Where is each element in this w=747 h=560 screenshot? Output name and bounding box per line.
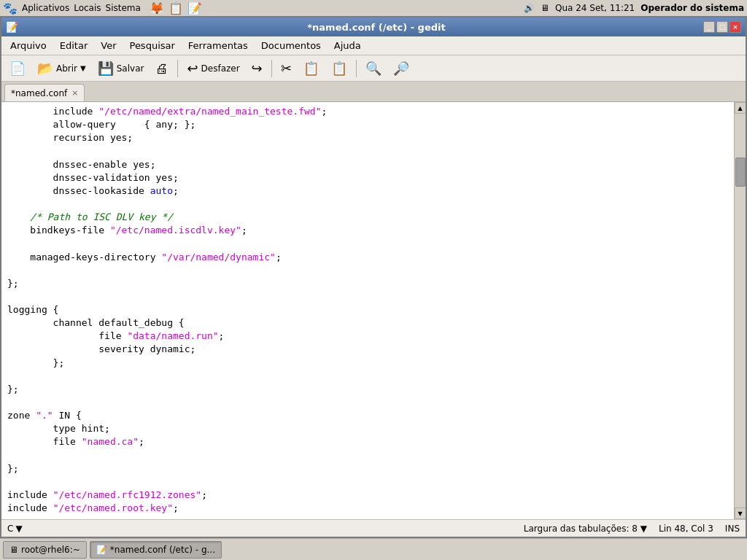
find-button[interactable]: 🔍 bbox=[360, 58, 387, 79]
code-line bbox=[7, 475, 728, 489]
code-line bbox=[7, 290, 728, 303]
editor-wrapper: include "/etc/named/extra/named_main_tes… bbox=[1, 102, 746, 519]
undo-label: Desfazer bbox=[201, 63, 240, 74]
print-button[interactable]: 🖨 bbox=[150, 58, 174, 79]
tab-named-conf[interactable]: *named.conf × bbox=[4, 84, 85, 101]
copy-icon: 📋 bbox=[303, 61, 320, 76]
menu-ferramentas[interactable]: Ferramentas bbox=[182, 39, 254, 52]
code-line: include "/etc/named/extra/named_main_tes… bbox=[7, 105, 728, 118]
tab-width-value: 8 bbox=[632, 524, 638, 534]
undo-button[interactable]: ↩ Desfazer bbox=[182, 58, 244, 79]
taskbar-terminal[interactable]: 🖥 root@rhel6:~ bbox=[3, 541, 87, 559]
statusbar: C ▼ Largura das tabulações: 8 ▼ Lin 48, … bbox=[1, 519, 746, 537]
tab-width-label: Largura das tabulações: 8 ▼ bbox=[524, 524, 647, 534]
menu-documentos[interactable]: Documentos bbox=[255, 39, 327, 52]
replace-button[interactable]: 🔎 bbox=[388, 58, 414, 79]
minimize-button[interactable]: _ bbox=[703, 21, 715, 33]
code-line: recursion yes; bbox=[7, 131, 728, 144]
window-controls[interactable]: _ □ × bbox=[703, 21, 741, 33]
app-icon: 📝 bbox=[6, 21, 18, 33]
datetime: Qua 24 Set, 11:21 bbox=[555, 3, 635, 13]
lang-label: C bbox=[7, 524, 13, 534]
tab-close-button[interactable]: × bbox=[71, 88, 78, 98]
system-bar-left: 🐾 Aplicativos Locais Sistema 🦊 📋 📝 bbox=[3, 1, 202, 15]
insert-mode: INS bbox=[725, 524, 740, 534]
user-label: Operador do sistema bbox=[640, 3, 744, 13]
lang-dropdown-icon: ▼ bbox=[15, 524, 22, 534]
copy-button[interactable]: 📋 bbox=[298, 58, 325, 79]
menu-pesquisar[interactable]: Pesquisar bbox=[124, 39, 181, 52]
gedit-taskbar-icon: 📝 bbox=[96, 545, 107, 555]
menubar: Arquivo Editar Ver Pesquisar Ferramentas… bbox=[1, 36, 746, 55]
system-bar-right: 🔊 🖥 Qua 24 Set, 11:21 Operador do sistem… bbox=[524, 3, 744, 13]
menu-ajuda[interactable]: Ajuda bbox=[328, 39, 367, 52]
undo-icon: ↩ bbox=[187, 61, 198, 76]
tab-label: *named.conf bbox=[11, 88, 67, 98]
code-line bbox=[7, 238, 728, 251]
code-line: allow-query { any; }; bbox=[7, 118, 728, 131]
menu-ver[interactable]: Ver bbox=[95, 39, 122, 52]
save-label: Salvar bbox=[117, 63, 144, 74]
save-button[interactable]: 💾 Salvar bbox=[93, 58, 150, 79]
tab-width-dropdown[interactable]: ▼ bbox=[640, 524, 647, 534]
scroll-down-button[interactable]: ▼ bbox=[735, 508, 746, 519]
language-selector[interactable]: C ▼ bbox=[7, 524, 23, 534]
menu-aplicativos[interactable]: Aplicativos bbox=[22, 3, 69, 13]
menu-sistema[interactable]: Sistema bbox=[106, 3, 141, 13]
taskbar-gedit[interactable]: 📝 *named.conf (/etc) - g... bbox=[90, 541, 222, 559]
system-bar: 🐾 Aplicativos Locais Sistema 🦊 📋 📝 🔊 🖥 Q… bbox=[0, 0, 747, 16]
code-line: bindkeys-file "/etc/named.iscdlv.key"; bbox=[7, 224, 728, 237]
code-line: logging { bbox=[7, 303, 728, 316]
save-icon: 💾 bbox=[98, 61, 114, 76]
code-line: }; bbox=[7, 383, 728, 396]
menu-arquivo[interactable]: Arquivo bbox=[4, 39, 53, 52]
replace-icon: 🔎 bbox=[393, 61, 409, 76]
code-line: severity dynamic; bbox=[7, 343, 728, 356]
code-line bbox=[7, 145, 728, 158]
code-line bbox=[7, 449, 728, 462]
code-line: managed-keys-directory "/var/named/dynam… bbox=[7, 251, 728, 264]
code-line: }; bbox=[7, 357, 728, 370]
toolbar-sep-3 bbox=[356, 60, 357, 77]
code-line: }; bbox=[7, 462, 728, 475]
toolbar-sep-1 bbox=[177, 60, 178, 77]
cursor-position: Lin 48, Col 3 bbox=[659, 524, 713, 534]
audio-icon: 🔊 bbox=[524, 3, 535, 13]
window-title: *named.conf (/etc) - gedit bbox=[50, 22, 703, 33]
code-line bbox=[7, 264, 728, 277]
code-line bbox=[7, 198, 728, 211]
print-icon: 🖨 bbox=[155, 61, 169, 76]
maximize-button[interactable]: □ bbox=[716, 21, 728, 33]
open-dropdown-icon: ▼ bbox=[80, 64, 86, 72]
statusbar-right: Largura das tabulações: 8 ▼ Lin 48, Col … bbox=[524, 524, 740, 534]
tabbar: *named.conf × bbox=[1, 82, 746, 102]
close-button[interactable]: × bbox=[729, 21, 741, 33]
paste-button[interactable]: 📋 bbox=[326, 58, 352, 79]
taskbar: 🖥 root@rhel6:~ 📝 *named.conf (/etc) - g.… bbox=[0, 538, 747, 560]
find-icon: 🔍 bbox=[365, 61, 382, 76]
new-button[interactable]: 📄 bbox=[4, 58, 31, 79]
code-line: zone "." IN { bbox=[7, 409, 728, 422]
taskbar-gedit-label: *named.conf (/etc) - g... bbox=[110, 545, 215, 555]
toolbar: 📄 📂 Abrir ▼ 💾 Salvar 🖨 ↩ Desfazer ↪ bbox=[1, 55, 746, 82]
new-icon: 📄 bbox=[9, 61, 26, 76]
terminal-icon: 🖥 bbox=[9, 545, 18, 555]
cut-button[interactable]: ✂ bbox=[276, 58, 297, 79]
toolbar-sep-2 bbox=[271, 60, 272, 77]
open-button[interactable]: 📂 Abrir ▼ bbox=[32, 58, 91, 79]
redo-button[interactable]: ↪ bbox=[247, 58, 268, 79]
scroll-thumb[interactable] bbox=[735, 158, 746, 187]
code-line: dnssec-lookaside auto; bbox=[7, 184, 728, 198]
scroll-up-button[interactable]: ▲ bbox=[735, 102, 746, 114]
titlebar: 📝 *named.conf (/etc) - gedit _ □ × bbox=[1, 18, 746, 36]
menu-editar[interactable]: Editar bbox=[54, 39, 94, 52]
code-line: /* Path to ISC DLV key */ bbox=[7, 211, 728, 224]
vertical-scrollbar[interactable]: ▲ ▼ bbox=[734, 102, 746, 519]
gedit-window: 📝 *named.conf (/etc) - gedit _ □ × Arqui… bbox=[0, 16, 747, 538]
code-line: }; bbox=[7, 277, 728, 290]
menu-locais[interactable]: Locais bbox=[74, 3, 101, 13]
code-line: type hint; bbox=[7, 422, 728, 435]
cut-icon: ✂ bbox=[281, 61, 292, 76]
network-icon: 🖥 bbox=[541, 3, 549, 13]
editor[interactable]: include "/etc/named/extra/named_main_tes… bbox=[1, 102, 734, 519]
